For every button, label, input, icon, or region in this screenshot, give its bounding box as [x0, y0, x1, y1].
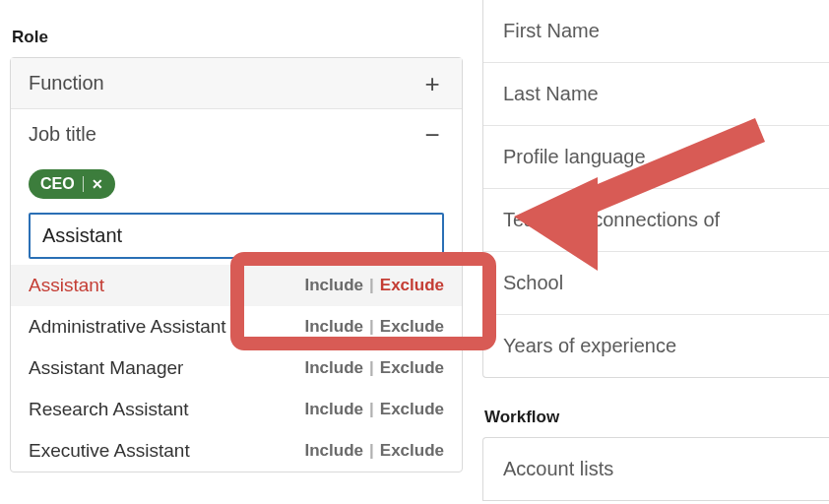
job-title-body: CEO ✕ Assistant Include | Exclude [11, 159, 462, 472]
plus-icon: + [420, 74, 444, 94]
action-separator: | [369, 317, 374, 337]
function-filter-label: Function [29, 72, 104, 94]
suggestion-actions: Include | Exclude [305, 441, 444, 461]
action-separator: | [369, 276, 374, 295]
filter-item-teamlink-connections[interactable]: TeamLink connections of [483, 189, 829, 252]
suggestion-actions: Include | Exclude [305, 358, 444, 378]
suggestion-label: Executive Assistant [29, 440, 190, 462]
action-separator: | [369, 400, 374, 419]
filter-chip-ceo[interactable]: CEO ✕ [29, 169, 115, 199]
exclude-action[interactable]: Exclude [380, 441, 444, 461]
function-filter-header[interactable]: Function + [11, 58, 462, 109]
filter-item-school[interactable]: School [483, 252, 829, 315]
chip-separator [83, 176, 84, 192]
include-action[interactable]: Include [305, 441, 364, 461]
job-title-filter-header[interactable]: Job title − [11, 109, 462, 159]
right-filter-list: First Name Last Name Profile language Te… [482, 0, 829, 378]
suggestion-row[interactable]: Research Assistant Include | Exclude [11, 389, 462, 430]
suggestion-actions: Include | Exclude [305, 276, 444, 295]
filter-item-years-experience[interactable]: Years of experience [483, 315, 829, 377]
suggestion-list: Assistant Include | Exclude Administrati… [11, 265, 462, 472]
workflow-section-label: Workflow [484, 408, 829, 427]
exclude-action[interactable]: Exclude [380, 317, 444, 337]
workflow-filter-list: Account lists [482, 437, 829, 501]
job-title-search-input[interactable] [29, 213, 444, 259]
suggestion-label: Administrative Assistant [29, 316, 226, 338]
suggestion-actions: Include | Exclude [305, 317, 444, 337]
include-action[interactable]: Include [305, 317, 364, 337]
include-action[interactable]: Include [305, 358, 364, 378]
close-icon[interactable]: ✕ [92, 176, 103, 192]
suggestion-label: Research Assistant [29, 399, 189, 420]
suggestion-label: Assistant [29, 275, 104, 296]
action-separator: | [369, 441, 374, 461]
include-action[interactable]: Include [305, 276, 364, 295]
suggestion-row[interactable]: Assistant Include | Exclude [11, 265, 462, 306]
action-separator: | [369, 358, 374, 378]
exclude-action[interactable]: Exclude [380, 400, 444, 419]
suggestion-row[interactable]: Assistant Manager Include | Exclude [11, 347, 462, 389]
filter-item-profile-language[interactable]: Profile language [483, 126, 829, 189]
suggestion-row[interactable]: Executive Assistant Include | Exclude [11, 430, 462, 472]
suggestion-row[interactable]: Administrative Assistant Include | Exclu… [11, 306, 462, 347]
filter-item-first-name[interactable]: First Name [483, 0, 829, 63]
minus-icon: − [420, 125, 444, 145]
exclude-action[interactable]: Exclude [380, 358, 444, 378]
suggestion-label: Assistant Manager [29, 357, 183, 379]
role-section-label: Role [12, 28, 463, 47]
filter-panel: Function + Job title − CEO ✕ Assistant [10, 57, 463, 472]
job-title-filter-label: Job title [29, 123, 96, 146]
include-action[interactable]: Include [305, 400, 364, 419]
suggestion-actions: Include | Exclude [305, 400, 444, 419]
filter-item-account-lists[interactable]: Account lists [483, 438, 829, 500]
exclude-action[interactable]: Exclude [380, 276, 444, 295]
chip-label: CEO [40, 175, 75, 193]
filter-item-last-name[interactable]: Last Name [483, 63, 829, 126]
